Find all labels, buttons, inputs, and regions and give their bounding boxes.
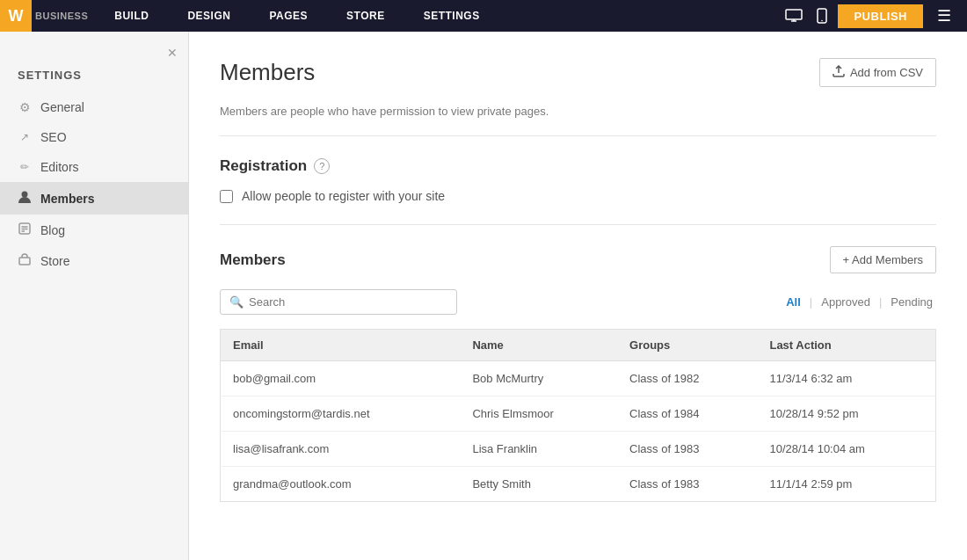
cell-email: bob@gmail.com [221, 361, 461, 396]
allow-register-checkbox[interactable] [220, 190, 233, 203]
cell-last-action: 11/1/14 2:59 pm [757, 467, 935, 502]
svg-rect-10 [19, 258, 30, 265]
add-members-label: + Add Members [843, 253, 923, 266]
sidebar-item-label-editors: Editors [40, 160, 79, 174]
svg-point-5 [22, 192, 28, 198]
sidebar-item-general[interactable]: ⚙ General [0, 92, 188, 122]
person-icon [18, 190, 32, 207]
cell-name: Chris Elmsmoor [460, 396, 617, 432]
pencil-icon: ✏ [18, 161, 32, 173]
seo-icon: ↗ [18, 131, 32, 143]
layout: ✕ SETTINGS ⚙ General ↗ SEO ✏ Editors Mem… [0, 32, 967, 560]
add-from-csv-label: Add from CSV [850, 66, 923, 79]
svg-rect-0 [786, 10, 802, 19]
cell-groups: Class of 1984 [617, 396, 757, 432]
cell-name: Bob McMurtry [460, 361, 617, 396]
sidebar-item-label-general: General [40, 100, 84, 114]
hamburger-icon[interactable]: ☰ [930, 3, 958, 29]
cell-email: lisa@lisafrank.com [221, 432, 461, 467]
page-title: Members [220, 59, 315, 86]
filter-row: 🔍 All | Approved | Pending [220, 289, 936, 315]
gear-icon: ⚙ [18, 100, 32, 114]
close-icon[interactable]: ✕ [167, 46, 178, 60]
top-nav: W BUSINESS BUILD DESIGN PAGES STORE SETT… [0, 0, 967, 32]
registration-checkbox-row: Allow people to register with your site [220, 189, 936, 225]
upload-icon [832, 65, 845, 80]
col-email: Email [221, 330, 461, 361]
svg-point-4 [822, 20, 824, 22]
cell-groups: Class of 1982 [617, 361, 757, 396]
sidebar-item-seo[interactable]: ↗ SEO [0, 122, 188, 152]
desktop-icon[interactable] [782, 5, 806, 26]
sidebar-close-area: ✕ [0, 40, 188, 65]
sidebar-item-blog[interactable]: Blog [0, 215, 188, 245]
sidebar-item-store[interactable]: Store [0, 245, 188, 276]
cell-name: Lisa Franklin [460, 432, 617, 467]
sidebar: ✕ SETTINGS ⚙ General ↗ SEO ✏ Editors Mem… [0, 32, 189, 560]
registration-title: Registration [220, 157, 307, 175]
sidebar-item-label-seo: SEO [40, 130, 67, 144]
main-content: Members Add from CSV Members are people … [189, 32, 967, 560]
table-row[interactable]: oncomingstorm@tardis.net Chris Elmsmoor … [221, 396, 936, 432]
members-table: Email Name Groups Last Action bob@gmail.… [220, 329, 936, 502]
sidebar-item-label-members: Members [40, 192, 94, 206]
search-input[interactable] [249, 295, 447, 309]
sidebar-item-members[interactable]: Members [0, 182, 188, 215]
business-label: BUSINESS [32, 11, 95, 21]
add-members-button[interactable]: + Add Members [830, 246, 936, 273]
nav-items: BUILD DESIGN PAGES STORE SETTINGS [95, 0, 782, 32]
table-row[interactable]: lisa@lisafrank.com Lisa Franklin Class o… [221, 432, 936, 467]
nav-item-design[interactable]: DESIGN [168, 0, 250, 32]
publish-button[interactable]: PUBLISH [838, 4, 923, 28]
col-last-action: Last Action [757, 330, 935, 361]
table-header-row: Email Name Groups Last Action [221, 330, 936, 361]
members-section-title: Members [220, 251, 286, 269]
allow-register-label: Allow people to register with your site [242, 189, 445, 203]
store-icon [18, 253, 32, 268]
mobile-icon[interactable] [813, 4, 831, 27]
cell-email: oncomingstorm@tardis.net [221, 396, 461, 432]
nav-item-pages[interactable]: PAGES [250, 0, 327, 32]
cell-groups: Class of 1983 [617, 432, 757, 467]
add-from-csv-button[interactable]: Add from CSV [819, 58, 936, 87]
filter-tab-pending[interactable]: Pending [887, 294, 936, 310]
cell-last-action: 10/28/14 10:04 am [757, 432, 935, 467]
nav-item-build[interactable]: BUILD [95, 0, 168, 32]
members-section-header: Members + Add Members [220, 246, 936, 273]
col-name: Name [460, 330, 617, 361]
cell-name: Betty Smith [460, 467, 617, 502]
sidebar-item-label-blog: Blog [40, 223, 65, 237]
sidebar-item-label-store: Store [40, 254, 69, 268]
filter-tab-all[interactable]: All [782, 294, 804, 310]
sidebar-title: SETTINGS [0, 65, 188, 92]
help-icon[interactable]: ? [314, 158, 330, 174]
registration-section-header: Registration ? [220, 157, 936, 175]
blog-icon [18, 222, 32, 237]
description-text: Members are people who have permission t… [220, 105, 936, 136]
logo[interactable]: W [0, 0, 32, 32]
cell-groups: Class of 1983 [617, 467, 757, 502]
filter-tabs: All | Approved | Pending [782, 294, 936, 310]
table-row[interactable]: grandma@outlook.com Betty Smith Class of… [221, 467, 936, 502]
sidebar-item-editors[interactable]: ✏ Editors [0, 152, 188, 182]
main-header: Members Add from CSV [220, 58, 936, 87]
nav-item-settings[interactable]: SETTINGS [404, 0, 499, 32]
filter-tab-approved[interactable]: Approved [818, 294, 874, 310]
search-icon: 🔍 [229, 295, 244, 309]
table-row[interactable]: bob@gmail.com Bob McMurtry Class of 1982… [221, 361, 936, 396]
nav-right: PUBLISH ☰ [782, 3, 967, 29]
cell-last-action: 11/3/14 6:32 am [757, 361, 935, 396]
search-box: 🔍 [220, 289, 457, 315]
nav-item-store[interactable]: STORE [327, 0, 404, 32]
col-groups: Groups [617, 330, 757, 361]
cell-email: grandma@outlook.com [221, 467, 461, 502]
cell-last-action: 10/28/14 9:52 pm [757, 396, 935, 432]
